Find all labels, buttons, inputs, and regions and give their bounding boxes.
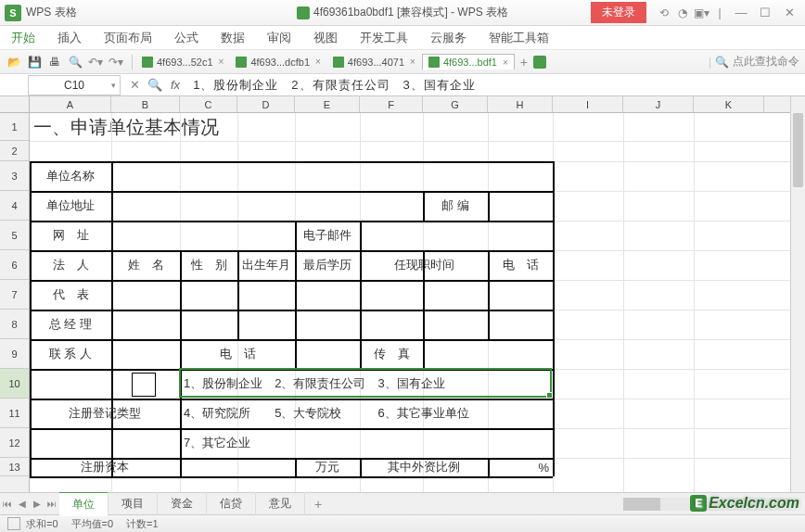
print-icon[interactable]: 🖶 <box>46 54 63 70</box>
close-tab-icon[interactable]: × <box>219 57 224 67</box>
col-header-E[interactable]: E <box>295 96 360 112</box>
close-button[interactable]: ✕ <box>778 4 800 22</box>
sheet-nav-next[interactable]: ▶ <box>30 499 45 509</box>
cell[interactable]: 网 址 <box>30 221 111 250</box>
col-header-C[interactable]: C <box>180 96 237 112</box>
sheet-tab-3[interactable]: 信贷 <box>207 492 256 515</box>
file-tab-3[interactable]: 4f693...bdf1× <box>422 54 515 70</box>
row-header-11[interactable]: 11 <box>0 399 29 428</box>
col-header-F[interactable]: F <box>360 96 423 112</box>
col-header-B[interactable]: B <box>111 96 180 112</box>
cell[interactable]: 注册资本 <box>30 458 180 476</box>
cell[interactable]: 传 真 <box>360 339 423 369</box>
sync-icon[interactable]: ⟲ <box>656 6 672 19</box>
menu-pagelayout[interactable]: 页面布局 <box>104 30 152 46</box>
close-tab-icon[interactable]: × <box>315 57 321 67</box>
menu-start[interactable]: 开始 <box>11 30 35 46</box>
file-tab-0[interactable]: 4f693...52c1× <box>136 55 230 70</box>
row-header-10[interactable]: 10 <box>0 369 29 399</box>
sheet-nav-first[interactable]: ⏮ <box>0 499 15 509</box>
fx-icon[interactable]: fx <box>165 78 185 92</box>
row-header-1[interactable]: 1 <box>0 113 29 141</box>
open-icon[interactable]: 📂 <box>6 54 22 70</box>
name-box[interactable]: C10 <box>28 75 121 95</box>
cell[interactable]: 最后学历 <box>295 250 360 280</box>
status-icon[interactable] <box>7 517 20 530</box>
row-header-6[interactable]: 6 <box>0 250 29 280</box>
hscroll-thumb[interactable] <box>623 498 660 511</box>
row-header-8[interactable]: 8 <box>0 310 29 339</box>
col-header-J[interactable]: J <box>623 96 694 112</box>
col-header-K[interactable]: K <box>694 96 764 112</box>
sheet-tab-0[interactable]: 单位 <box>59 491 109 516</box>
title-cell[interactable]: 一、申请单位基本情况 <box>30 113 219 141</box>
cells-area[interactable]: 一、申请单位基本情况 单位名称单位地址邮 编网 址电子邮件法 人姓 名性 别出生… <box>30 113 790 492</box>
row-header-7[interactable]: 7 <box>0 280 29 310</box>
sheet-tab-1[interactable]: 项目 <box>109 492 158 515</box>
sheet-nav-prev[interactable]: ◀ <box>15 499 30 509</box>
cell[interactable]: 出生年月 <box>237 250 295 280</box>
spreadsheet-grid[interactable]: ABCDEFGHIJK 12345678910111213 一、申请单位基本情况… <box>0 96 805 492</box>
cell[interactable]: 任现职时间 <box>360 250 488 280</box>
login-button[interactable]: 未登录 <box>591 2 646 23</box>
save-icon[interactable]: 💾 <box>26 54 43 70</box>
menu-icon[interactable]: ▣▾ <box>693 6 709 19</box>
command-search[interactable]: | 🔍 点此查找命令 <box>709 54 799 70</box>
row-header-5[interactable]: 5 <box>0 221 29 250</box>
cell[interactable]: 单位地址 <box>30 191 111 221</box>
add-sheet-button[interactable]: + <box>305 497 331 512</box>
close-tab-icon[interactable]: × <box>410 57 415 67</box>
col-header-I[interactable]: I <box>553 96 623 112</box>
cell[interactable]: 注册登记类型 <box>30 399 180 428</box>
cell[interactable]: % <box>488 458 553 476</box>
select-all-corner[interactable] <box>0 96 30 113</box>
menu-dev[interactable]: 开发工具 <box>360 30 408 46</box>
registration-type-checkbox[interactable] <box>132 373 156 397</box>
undo-icon[interactable]: ↶▾ <box>87 54 104 70</box>
menu-formula[interactable]: 公式 <box>174 30 198 46</box>
accept-fx-icon[interactable]: 🔍 <box>145 78 165 92</box>
cell[interactable]: 电 话 <box>180 339 295 369</box>
cell[interactable]: 4、研究院所 5、大专院校 6、其它事业单位 <box>180 399 553 428</box>
row-header-3[interactable]: 3 <box>0 161 29 191</box>
file-tab-1[interactable]: 4f693...dcfb1× <box>230 55 326 70</box>
minimize-button[interactable]: — <box>730 4 752 22</box>
vertical-scrollbar[interactable] <box>790 96 805 492</box>
cell[interactable]: 姓 名 <box>111 250 180 280</box>
scroll-thumb[interactable] <box>793 113 803 187</box>
row-header-2[interactable]: 2 <box>0 141 29 161</box>
bookmark-icon[interactable] <box>533 56 546 69</box>
sheet-tab-2[interactable]: 资金 <box>158 492 207 515</box>
sheet-tab-4[interactable]: 意见 <box>256 492 305 515</box>
cell[interactable]: 性 别 <box>180 250 237 280</box>
col-header-H[interactable]: H <box>488 96 553 112</box>
col-header-D[interactable]: D <box>237 96 295 112</box>
cell[interactable]: 1、股份制企业 2、有限责任公司 3、国有企业 <box>180 369 553 399</box>
new-tab-button[interactable]: + <box>515 55 533 70</box>
cell[interactable]: 其中外资比例 <box>360 458 488 476</box>
col-header-A[interactable]: A <box>30 96 111 112</box>
column-headers[interactable]: ABCDEFGHIJK <box>30 96 790 113</box>
menu-smart[interactable]: 智能工具箱 <box>489 30 549 46</box>
menu-data[interactable]: 数据 <box>221 30 245 46</box>
cell[interactable]: 电 话 <box>488 250 553 280</box>
row-header-13[interactable]: 13 <box>0 458 29 476</box>
formula-input[interactable]: 1、股份制企业 2、有限责任公司 3、国有企业 <box>185 77 805 94</box>
row-headers[interactable]: 12345678910111213 <box>0 113 30 492</box>
menu-cloud[interactable]: 云服务 <box>430 30 466 46</box>
cell[interactable]: 邮 编 <box>423 191 488 221</box>
row-header-12[interactable]: 12 <box>0 428 29 458</box>
cell[interactable]: 电子邮件 <box>295 221 360 250</box>
cell[interactable]: 总 经 理 <box>30 310 111 339</box>
menu-review[interactable]: 审阅 <box>267 30 291 46</box>
cell[interactable]: 联 系 人 <box>30 339 111 369</box>
file-tab-2[interactable]: 4f693...4071× <box>327 55 422 70</box>
col-header-G[interactable]: G <box>423 96 488 112</box>
sheet-nav-last[interactable]: ⏭ <box>45 499 59 509</box>
maximize-button[interactable]: ☐ <box>754 4 776 22</box>
cell[interactable]: 万元 <box>295 458 360 476</box>
cell[interactable]: 代 表 <box>30 280 111 310</box>
row-header-9[interactable]: 9 <box>0 339 29 369</box>
close-tab-icon[interactable]: × <box>503 57 508 68</box>
redo-icon[interactable]: ↷▾ <box>108 54 124 70</box>
